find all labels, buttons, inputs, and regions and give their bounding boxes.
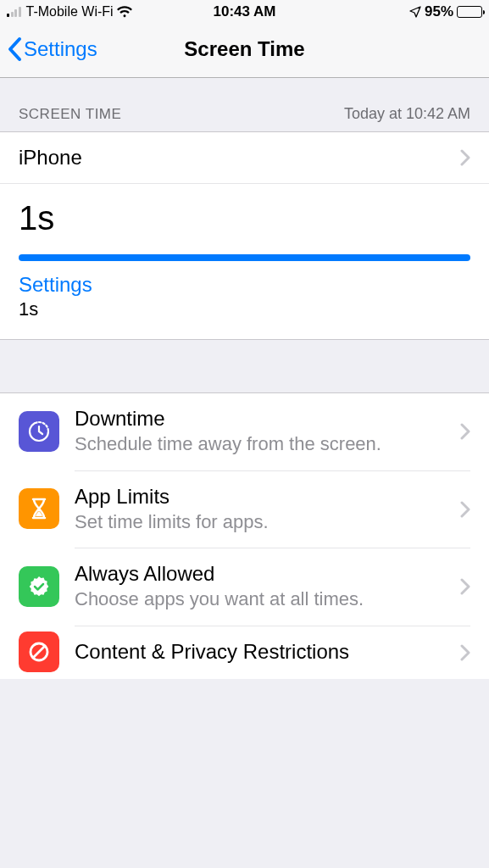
- option-title: Downtime: [75, 407, 460, 431]
- option-app-limits[interactable]: App Limits Set time limits for apps.: [0, 470, 489, 548]
- back-label: Settings: [24, 37, 97, 61]
- nav-bar: Settings Screen Time: [0, 24, 489, 78]
- top-category-link[interactable]: Settings: [19, 273, 470, 297]
- option-title: Always Allowed: [75, 562, 460, 586]
- option-always-allowed[interactable]: Always Allowed Choose apps you want at a…: [0, 548, 489, 626]
- usage-bar: [19, 254, 470, 261]
- top-category-time: 1s: [19, 298, 470, 320]
- status-left: T-Mobile Wi-Fi: [7, 4, 132, 19]
- chevron-left-icon: [7, 36, 22, 62]
- carrier-label: T-Mobile Wi-Fi: [26, 4, 114, 19]
- section-timestamp: Today at 10:42 AM: [344, 105, 470, 123]
- downtime-icon: [19, 411, 59, 452]
- status-bar: T-Mobile Wi-Fi 10:43 AM 95%: [0, 0, 489, 24]
- option-desc: Choose apps you want at all times.: [75, 587, 460, 612]
- usage-summary: iPhone 1s Settings 1s: [0, 131, 489, 340]
- option-content-restrictions[interactable]: Content & Privacy Restrictions: [0, 626, 489, 679]
- summary-body: 1s Settings 1s: [0, 184, 489, 339]
- hourglass-icon: [19, 488, 59, 529]
- battery-percentage: 95%: [425, 3, 453, 20]
- wifi-icon: [117, 6, 132, 18]
- chevron-right-icon: [460, 644, 470, 661]
- option-desc: Set time limits for apps.: [75, 510, 460, 535]
- option-title: App Limits: [75, 485, 460, 509]
- section-label: SCREEN TIME: [19, 106, 121, 123]
- chevron-right-icon: [460, 423, 470, 440]
- status-right: 95%: [409, 3, 482, 20]
- page-title: Screen Time: [184, 37, 304, 61]
- option-title: Content & Privacy Restrictions: [75, 640, 460, 664]
- prohibit-icon: [19, 632, 59, 672]
- chevron-right-icon: [460, 578, 470, 595]
- device-row[interactable]: iPhone: [0, 132, 489, 184]
- options-list: Downtime Schedule time away from the scr…: [0, 392, 489, 679]
- location-icon: [409, 6, 421, 18]
- check-seal-icon: [19, 566, 59, 607]
- signal-bars-icon: [7, 7, 21, 17]
- device-name: iPhone: [19, 146, 82, 170]
- section-gap: [0, 340, 489, 392]
- status-time: 10:43 AM: [213, 3, 275, 20]
- chevron-right-icon: [460, 149, 470, 166]
- total-time: 1s: [19, 199, 470, 237]
- section-header: SCREEN TIME Today at 10:42 AM: [0, 78, 489, 131]
- chevron-right-icon: [460, 501, 470, 518]
- battery-icon: [457, 6, 482, 18]
- option-downtime[interactable]: Downtime Schedule time away from the scr…: [0, 393, 489, 470]
- back-button[interactable]: Settings: [7, 36, 97, 62]
- option-desc: Schedule time away from the screen.: [75, 432, 460, 457]
